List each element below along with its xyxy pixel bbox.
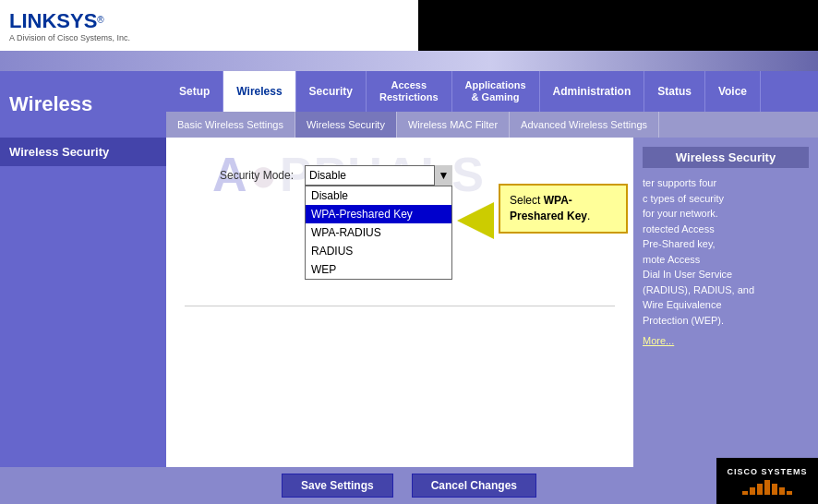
more-link[interactable]: More... — [643, 335, 809, 346]
logo-text: LINKSYS — [9, 9, 97, 32]
footer: Save Settings Cancel Changes Cisco Syste… — [0, 467, 818, 504]
option-disable[interactable]: Disable — [306, 186, 451, 205]
tab-wireless[interactable]: Wireless — [223, 71, 295, 112]
option-wpa-radius[interactable]: WPA-RADIUS — [306, 223, 451, 242]
tab-status[interactable]: Status — [644, 71, 705, 112]
cancel-changes-button[interactable]: Cancel Changes — [412, 474, 536, 498]
arrow-graphic — [457, 202, 494, 242]
help-panel-title: Wireless Security — [643, 147, 809, 168]
option-wep[interactable]: WEP — [306, 260, 451, 279]
dropdown-arrow-icon[interactable]: ▼ — [434, 165, 452, 186]
help-panel: Wireless Security ter supports four c ty… — [633, 138, 818, 355]
cisco-bars-icon — [742, 480, 792, 495]
subtab-basic-wireless[interactable]: Basic Wireless Settings — [166, 112, 295, 138]
dropdown-list: Disable WPA-Preshared Key WPA-RADIUS RAD… — [305, 186, 452, 280]
tab-setup[interactable]: Setup — [166, 71, 223, 112]
tab-voice[interactable]: Voice — [705, 71, 761, 112]
logo-subtitle: A Division of Cisco Systems, Inc. — [9, 33, 409, 42]
cisco-logo: Cisco Systems — [716, 458, 818, 504]
tooltip-box: Select WPA-Preshared Key. — [499, 184, 628, 234]
wireless-page-title: Wireless — [0, 85, 102, 124]
cisco-text: Cisco Systems — [727, 467, 807, 476]
sidebar-title: Wireless Security — [0, 138, 166, 166]
subtab-wireless-security[interactable]: Wireless Security — [295, 112, 397, 138]
tab-applications-gaming[interactable]: Applications& Gaming — [452, 71, 540, 112]
option-wpa-preshared[interactable]: WPA-Preshared Key — [306, 205, 451, 223]
option-radius[interactable]: RADIUS — [306, 242, 451, 260]
logo: LINKSYS® — [9, 9, 409, 33]
security-mode-row: Security Mode: Disable ▼ Disable WPA-Pre… — [185, 165, 615, 186]
security-mode-label: Security Mode: — [185, 165, 305, 182]
help-panel-text: ter supports four c types of security fo… — [643, 175, 809, 328]
tab-security[interactable]: Security — [296, 71, 367, 112]
security-mode-dropdown[interactable]: Disable ▼ Disable WPA-Preshared Key WPA-… — [305, 165, 452, 186]
tab-access-restrictions[interactable]: AccessRestrictions — [367, 71, 452, 112]
tab-administration[interactable]: Administration — [540, 71, 645, 112]
security-mode-control: Disable ▼ Disable WPA-Preshared Key WPA-… — [305, 165, 452, 186]
logo-reg: ® — [97, 15, 103, 25]
subtab-wireless-mac-filter[interactable]: Wireless MAC Filter — [397, 112, 510, 138]
save-settings-button[interactable]: Save Settings — [282, 474, 393, 498]
security-mode-value[interactable]: Disable — [305, 165, 452, 186]
subtab-advanced-wireless[interactable]: Advanced Wireless Settings — [510, 112, 659, 138]
